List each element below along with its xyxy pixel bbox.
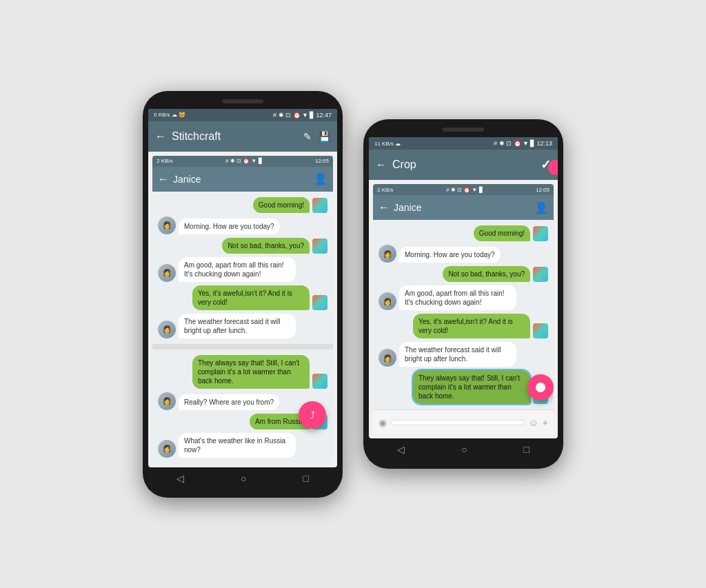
message-row: 👩 The weather forecast said it will brig… xyxy=(379,342,548,367)
save-icon[interactable]: 💾 xyxy=(319,131,330,142)
bubble-incoming: Morning. How are you today? xyxy=(399,247,501,263)
bubble-incoming: The weather forecast said it will bright… xyxy=(179,314,296,338)
message-text: Not so bad, thanks, you? xyxy=(448,270,525,278)
inner-title: Janice xyxy=(173,174,310,185)
avatar: 👩 xyxy=(158,321,176,338)
bubble-outgoing: Yes, it's aweful,isn't it? And it is ver… xyxy=(192,285,310,310)
phone-1-screen: 0 KB/s ☁ 🐱 # ✱ ⊡ ⏰ ▼ ▊ 12:47 ← Stitchcra… xyxy=(148,109,337,467)
crop-handle-icon xyxy=(536,383,545,392)
avatar-image: 👩 xyxy=(379,245,396,263)
status-icons: # ✱ ⊡ ⏰ ▼ ▊ xyxy=(273,112,314,119)
profile-icon[interactable]: 👤 xyxy=(314,172,327,185)
inner-phone: 2 KB/s # ✱ ⊡ ⏰ ▼ ▊ 12:05 ← Janice 👤 Good… xyxy=(152,156,333,463)
message-text: Am good, apart from all this rain! It's … xyxy=(184,261,284,278)
message-text: Am from Russia xyxy=(255,418,304,425)
inner-status-bar: 2 KB/s # ✱ ⊡ ⏰ ▼ ▊ 12:05 xyxy=(152,156,333,167)
time-2: 12:13 xyxy=(536,140,552,147)
avatar: 👩 xyxy=(158,392,176,410)
kb-indicator: 0 KB/s xyxy=(154,112,170,118)
toolbar-icons: ✎ 💾 xyxy=(303,131,330,142)
toolbar-title-2: Crop xyxy=(392,159,535,171)
avatar-image: 👩 xyxy=(158,440,176,458)
section-divider xyxy=(152,344,333,349)
message-row: 👩 What's the weather like in Russia now? xyxy=(158,433,327,458)
inner-kb: 2 KB/s xyxy=(157,158,173,164)
message-text: Morning. How are you today? xyxy=(184,223,274,230)
phone-1-nav-bar: ◁ ○ □ xyxy=(148,467,337,489)
message-row: Good morning! xyxy=(379,225,548,241)
message-input[interactable] xyxy=(391,420,525,425)
avatar-image: 👩 xyxy=(379,349,396,367)
bubble-outgoing: They always say that! Still, I can't com… xyxy=(192,355,310,389)
avatar: 👩 xyxy=(158,216,176,234)
share-fab[interactable]: ⤴ xyxy=(299,401,326,429)
sticker-icon xyxy=(312,374,327,389)
message-text: Morning. How are you today? xyxy=(405,251,495,258)
inner-kb-2: 2 KB/s xyxy=(377,187,394,193)
bubble-incoming: What's the weather like in Russia now? xyxy=(179,433,296,458)
inner-toolbar-2: ← Janice 👤 xyxy=(373,195,554,220)
inner-phone-2: 2 KB/s # ✱ ⊡ ⏰ ▼ ▊ 12:05 ← Janice 👤 Good… xyxy=(373,184,554,434)
phone-1-status-bar: 0 KB/s ☁ 🐱 # ✱ ⊡ ⏰ ▼ ▊ 12:47 xyxy=(148,109,337,121)
notification-icon: 🐱 xyxy=(179,112,185,118)
toolbar-title: Stitchcraft xyxy=(172,130,298,143)
avatar-image: 👩 xyxy=(158,321,176,338)
bubble-outgoing: Good morning! xyxy=(474,225,530,241)
back-button-2[interactable]: ← xyxy=(376,159,387,171)
message-row: 👩 Am good, apart from all this rain! It'… xyxy=(379,285,548,310)
sticker-icon xyxy=(533,226,548,241)
sticker-icon xyxy=(312,295,327,310)
emoji-icon[interactable]: ☺ xyxy=(529,417,538,428)
profile-icon-2[interactable]: 👤 xyxy=(534,201,548,214)
status-icons-2: # ✱ ⊡ ⏰ ▼ ▊ xyxy=(494,140,535,147)
message-text: Not so bad, thanks, you? xyxy=(228,242,304,250)
back-nav-2[interactable]: ◁ xyxy=(397,444,405,455)
inner-icons-2: # ✱ ⊡ ⏰ ▼ ▊ xyxy=(446,187,483,193)
home-nav[interactable]: ○ xyxy=(241,473,246,484)
message-text: They always say that! Still, I can't com… xyxy=(418,374,520,400)
chat-area-1: Good morning! 👩 Morning. How are you tod… xyxy=(152,192,333,344)
inner-back[interactable]: ← xyxy=(158,173,169,185)
back-nav[interactable]: ◁ xyxy=(176,473,184,484)
home-nav-2[interactable]: ○ xyxy=(461,444,467,455)
message-text: The weather forecast said it will bright… xyxy=(405,346,501,363)
message-text: They always say that! Still, I can't com… xyxy=(198,359,299,385)
phone-1-speaker xyxy=(222,99,263,103)
phone-1-toolbar: ← Stitchcraft ✎ 💾 xyxy=(148,121,337,152)
kb-indicator-2: 11 KB/s xyxy=(374,141,394,147)
mic-icon[interactable]: ◉ xyxy=(379,417,387,428)
crop-fab[interactable] xyxy=(527,374,554,401)
phone-2-nav-bar: ◁ ○ □ xyxy=(369,438,558,460)
sticker-icon xyxy=(533,323,548,338)
inner-back-2[interactable]: ← xyxy=(379,201,390,214)
edit-icon[interactable]: ✎ xyxy=(303,131,312,142)
recent-nav[interactable]: □ xyxy=(303,473,309,484)
cloud-icon-2: ☁ xyxy=(395,141,401,147)
bubble-incoming: The weather forecast said it will bright… xyxy=(399,342,516,367)
avatar-image: 👩 xyxy=(158,392,176,410)
message-text: Good morning! xyxy=(259,201,304,209)
avatar-image: 👩 xyxy=(158,216,176,234)
avatar-image: 👩 xyxy=(158,264,176,282)
avatar: 👩 xyxy=(379,349,396,367)
add-icon[interactable]: + xyxy=(543,417,548,428)
input-bar: ◉ ☺ + xyxy=(373,409,554,434)
back-button[interactable]: ← xyxy=(155,130,166,143)
message-text: Yes, it's aweful,isn't it? And it is ver… xyxy=(198,290,292,306)
message-text: Yes, it's aweful,isn't it? And it is ver… xyxy=(418,318,513,334)
message-row: They always say that! Still, I can't com… xyxy=(158,355,327,389)
phone-2: 11 KB/s ☁ # ✱ ⊡ ⏰ ▼ ▊ 12:13 ← Crop ✓ 2 K… xyxy=(363,119,563,469)
message-row: 👩 Morning. How are you today? xyxy=(158,216,327,234)
share-icon: ⤴ xyxy=(310,409,315,420)
avatar: 👩 xyxy=(379,292,396,310)
bubble-outgoing: Good morning! xyxy=(253,197,310,213)
message-row: 👩 Morning. How are you today? xyxy=(379,245,548,263)
bubble-outgoing: Yes, it's aweful,isn't it? And it is ver… xyxy=(413,314,530,338)
phone-2-speaker xyxy=(443,128,484,132)
inner-icons: # ✱ ⊡ ⏰ ▼ ▊ xyxy=(225,158,262,164)
recent-nav-2[interactable]: □ xyxy=(524,444,530,455)
bubble-incoming: Really? Where are you from? xyxy=(179,394,279,410)
bubble-incoming: Morning. How are you today? xyxy=(179,219,280,234)
bubble-incoming: Am good, apart from all this rain! It's … xyxy=(179,257,296,282)
inner-time: 12:05 xyxy=(315,158,329,164)
